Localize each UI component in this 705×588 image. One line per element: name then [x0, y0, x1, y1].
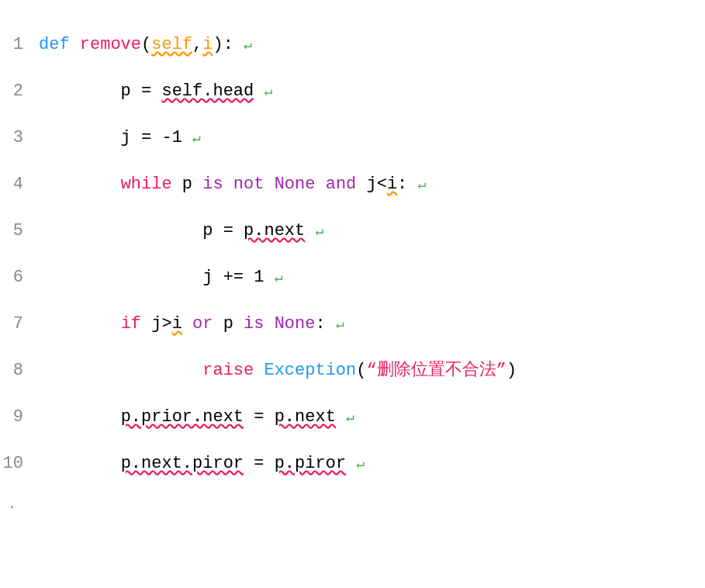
token: if [121, 314, 141, 334]
code-line: 8 raise Exception(“删除位置不合法”) [0, 349, 705, 396]
continuation-dot: . [8, 496, 705, 512]
token: is [244, 314, 264, 334]
line-number: 10 [0, 450, 39, 477]
line-number: 9 [0, 403, 39, 431]
token: p.next [244, 221, 305, 240]
token: self [151, 35, 192, 54]
token: ↵ [275, 270, 283, 285]
line-content: p.prior.next = p.next ↵ [39, 403, 705, 431]
code-line: 3 j = -1 ↵ [0, 116, 705, 163]
token [39, 175, 121, 194]
line-number: 7 [0, 310, 39, 337]
code-line: 7 if j>i or p is None: ↵ [0, 303, 705, 349]
code-line: 2 p = self.head ↵ [0, 70, 705, 116]
line-number: 4 [0, 171, 39, 198]
token: ↵ [192, 130, 201, 146]
token: p.next [275, 407, 336, 427]
line-content: raise Exception(“删除位置不合法”) [39, 357, 705, 384]
code-line: 4 while p is not None and j<i: ↵ [0, 163, 705, 209]
token: None [275, 175, 316, 194]
token: p = [39, 221, 244, 240]
line-number: 6 [0, 264, 39, 291]
token: and [326, 175, 357, 194]
token: ↵ [244, 37, 252, 53]
token [182, 314, 192, 334]
token: p.piror [275, 454, 346, 473]
code-editor: 1def remove(self,i): ↵2 p = self.head ↵3… [0, 16, 705, 496]
token [39, 454, 121, 473]
token: “删除位置不合法” [366, 361, 506, 380]
token: ↵ [418, 177, 427, 192]
code-line: 10 p.next.piror = p.piror ↵ [0, 442, 705, 489]
token [315, 175, 325, 194]
line-content: p = self.head ↵ [39, 78, 705, 105]
token: p [213, 314, 244, 334]
token: or [192, 314, 213, 334]
token [305, 221, 315, 240]
token [39, 361, 202, 380]
line-content: p.next.piror = p.piror ↵ [39, 450, 705, 477]
token: i [387, 175, 397, 194]
line-number: 3 [0, 124, 39, 151]
token: ↵ [336, 316, 344, 332]
token: ): [213, 35, 244, 54]
token: raise [202, 361, 254, 380]
token: : [397, 175, 417, 194]
line-content: j = -1 ↵ [39, 124, 705, 151]
token: p.next.piror [121, 454, 244, 473]
token: p = [39, 81, 161, 101]
token: ( [141, 35, 151, 54]
token: self.head [161, 81, 254, 101]
line-number: 1 [0, 31, 39, 58]
token: ↵ [264, 84, 272, 99]
token: j> [141, 314, 172, 334]
token: = [244, 407, 275, 427]
token [39, 407, 121, 427]
token: i [172, 314, 182, 334]
code-line: 5 p = p.next ↵ [0, 209, 705, 256]
token: p.prior.next [121, 407, 244, 427]
code-line: 1def remove(self,i): ↵ [0, 23, 705, 70]
token [39, 314, 121, 334]
token: j = -1 [39, 128, 192, 147]
token: ( [356, 361, 366, 380]
token [254, 81, 264, 101]
token: None [275, 314, 316, 334]
token [254, 361, 264, 380]
token [346, 454, 356, 473]
token: ↵ [356, 456, 365, 472]
token: Exception [264, 361, 356, 380]
line-content: if j>i or p is None: ↵ [39, 310, 705, 337]
line-content: def remove(self,i): ↵ [39, 31, 705, 58]
token: i [202, 35, 213, 54]
token: is not [202, 175, 264, 194]
line-number: 5 [0, 217, 39, 244]
token [70, 35, 80, 54]
code-line: 9 p.prior.next = p.next ↵ [0, 396, 705, 442]
token: p [172, 175, 203, 194]
token: ) [506, 361, 517, 380]
token: def [39, 35, 70, 54]
line-number: 2 [0, 78, 39, 105]
token: ↵ [315, 223, 323, 239]
token: , [192, 35, 202, 54]
token: j += 1 [39, 268, 275, 287]
line-content: j += 1 ↵ [39, 264, 705, 291]
token: j< [356, 175, 387, 194]
token: remove [80, 35, 141, 54]
token: while [121, 175, 172, 194]
line-content: while p is not None and j<i: ↵ [39, 171, 705, 198]
line-content: p = p.next ↵ [39, 217, 705, 244]
token: ↵ [346, 410, 354, 425]
code-line: 6 j += 1 ↵ [0, 256, 705, 303]
line-number: 8 [0, 357, 39, 384]
token [264, 175, 274, 194]
token: = [244, 454, 275, 473]
token [336, 407, 346, 427]
token: : [315, 314, 335, 334]
token [264, 314, 274, 334]
